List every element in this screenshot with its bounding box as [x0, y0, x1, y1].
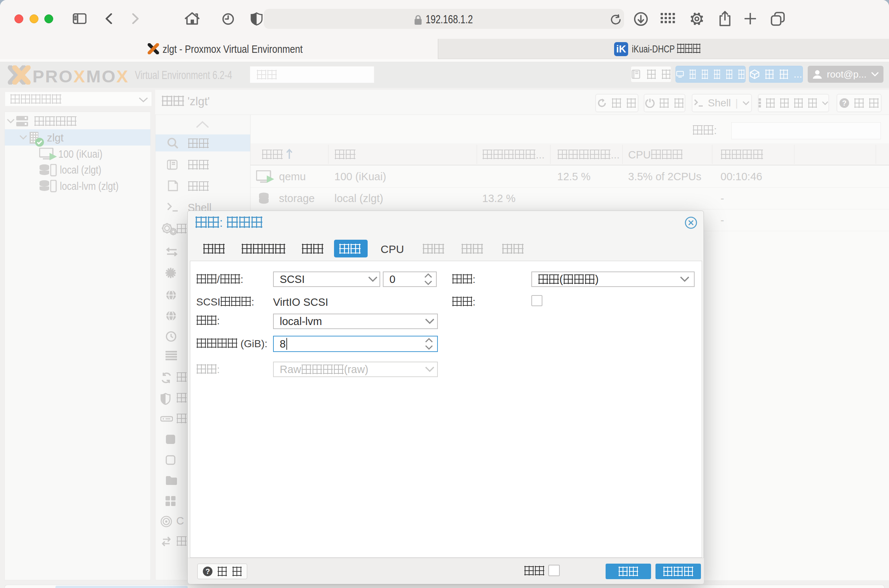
- svg-text:?: ?: [842, 99, 847, 107]
- svg-text:?: ?: [205, 567, 210, 576]
